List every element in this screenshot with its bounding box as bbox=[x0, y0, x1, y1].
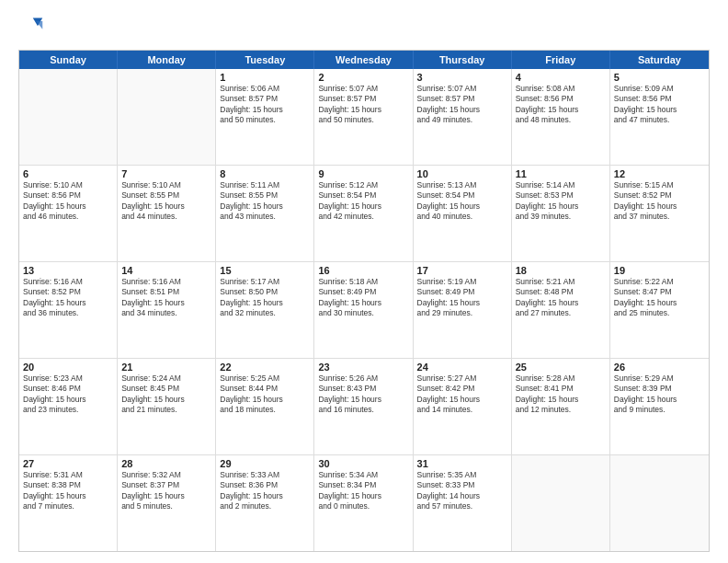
day-number: 10 bbox=[417, 168, 507, 179]
day-number: 14 bbox=[121, 265, 211, 276]
calendar-row-4: 20Sunrise: 5:23 AMSunset: 8:46 PMDayligh… bbox=[19, 358, 709, 454]
logo-icon bbox=[18, 15, 44, 40]
header-day-monday: Monday bbox=[118, 51, 216, 69]
day-number: 12 bbox=[614, 168, 705, 179]
page: SundayMondayTuesdayWednesdayThursdayFrid… bbox=[0, 0, 728, 563]
cell-info: Sunrise: 5:33 AMSunset: 8:36 PMDaylight:… bbox=[220, 470, 310, 512]
calendar-cell bbox=[512, 455, 610, 551]
header bbox=[18, 15, 710, 40]
calendar-cell: 5Sunrise: 5:09 AMSunset: 8:56 PMDaylight… bbox=[610, 69, 709, 165]
cell-info: Sunrise: 5:18 AMSunset: 8:49 PMDaylight:… bbox=[318, 277, 408, 319]
calendar-cell: 30Sunrise: 5:34 AMSunset: 8:34 PMDayligh… bbox=[314, 455, 413, 551]
calendar-cell: 9Sunrise: 5:12 AMSunset: 8:54 PMDaylight… bbox=[314, 166, 413, 261]
logo bbox=[18, 15, 48, 40]
day-number: 29 bbox=[220, 458, 310, 469]
calendar-cell: 28Sunrise: 5:32 AMSunset: 8:37 PMDayligh… bbox=[118, 455, 216, 551]
cell-info: Sunrise: 5:19 AMSunset: 8:49 PMDaylight:… bbox=[417, 277, 507, 319]
cell-info: Sunrise: 5:32 AMSunset: 8:37 PMDaylight:… bbox=[121, 470, 211, 512]
calendar-cell: 16Sunrise: 5:18 AMSunset: 8:49 PMDayligh… bbox=[314, 262, 413, 358]
day-number: 30 bbox=[318, 458, 408, 469]
calendar-cell bbox=[610, 455, 709, 551]
cell-info: Sunrise: 5:10 AMSunset: 8:55 PMDaylight:… bbox=[121, 180, 211, 223]
calendar-cell: 11Sunrise: 5:14 AMSunset: 8:53 PMDayligh… bbox=[512, 166, 610, 261]
calendar-cell: 17Sunrise: 5:19 AMSunset: 8:49 PMDayligh… bbox=[414, 262, 512, 358]
day-number: 26 bbox=[614, 362, 705, 373]
day-number: 27 bbox=[23, 458, 113, 469]
cell-info: Sunrise: 5:35 AMSunset: 8:33 PMDaylight:… bbox=[417, 470, 507, 512]
cell-info: Sunrise: 5:24 AMSunset: 8:45 PMDaylight:… bbox=[121, 373, 211, 416]
day-number: 6 bbox=[23, 168, 113, 179]
header-day-wednesday: Wednesday bbox=[314, 51, 413, 69]
calendar-cell: 14Sunrise: 5:16 AMSunset: 8:51 PMDayligh… bbox=[118, 262, 216, 358]
calendar-cell: 19Sunrise: 5:22 AMSunset: 8:47 PMDayligh… bbox=[610, 262, 709, 358]
cell-info: Sunrise: 5:10 AMSunset: 8:56 PMDaylight:… bbox=[23, 180, 113, 223]
day-number: 15 bbox=[220, 265, 310, 276]
day-number: 25 bbox=[516, 362, 606, 373]
cell-info: Sunrise: 5:21 AMSunset: 8:48 PMDaylight:… bbox=[516, 277, 606, 319]
calendar-cell: 24Sunrise: 5:27 AMSunset: 8:42 PMDayligh… bbox=[414, 359, 512, 454]
cell-info: Sunrise: 5:07 AMSunset: 8:57 PMDaylight:… bbox=[318, 84, 408, 126]
day-number: 8 bbox=[220, 168, 310, 179]
cell-info: Sunrise: 5:23 AMSunset: 8:46 PMDaylight:… bbox=[23, 373, 113, 416]
cell-info: Sunrise: 5:27 AMSunset: 8:42 PMDaylight:… bbox=[417, 373, 507, 416]
cell-info: Sunrise: 5:12 AMSunset: 8:54 PMDaylight:… bbox=[318, 180, 408, 223]
calendar-cell: 26Sunrise: 5:29 AMSunset: 8:39 PMDayligh… bbox=[610, 359, 709, 454]
cell-info: Sunrise: 5:13 AMSunset: 8:54 PMDaylight:… bbox=[417, 180, 507, 223]
calendar-cell: 13Sunrise: 5:16 AMSunset: 8:52 PMDayligh… bbox=[19, 262, 118, 358]
calendar-cell: 4Sunrise: 5:08 AMSunset: 8:56 PMDaylight… bbox=[512, 69, 610, 165]
day-number: 11 bbox=[516, 168, 606, 179]
cell-info: Sunrise: 5:14 AMSunset: 8:53 PMDaylight:… bbox=[516, 180, 606, 223]
day-number: 2 bbox=[318, 72, 408, 83]
cell-info: Sunrise: 5:07 AMSunset: 8:57 PMDaylight:… bbox=[417, 84, 507, 126]
day-number: 18 bbox=[516, 265, 606, 276]
cell-info: Sunrise: 5:28 AMSunset: 8:41 PMDaylight:… bbox=[516, 373, 606, 416]
cell-info: Sunrise: 5:16 AMSunset: 8:52 PMDaylight:… bbox=[23, 277, 113, 319]
header-day-saturday: Saturday bbox=[610, 51, 709, 69]
day-number: 7 bbox=[121, 168, 211, 179]
calendar-row-1: 1Sunrise: 5:06 AMSunset: 8:57 PMDaylight… bbox=[19, 69, 709, 165]
day-number: 31 bbox=[417, 458, 507, 469]
calendar-cell: 3Sunrise: 5:07 AMSunset: 8:57 PMDaylight… bbox=[414, 69, 512, 165]
calendar-cell: 7Sunrise: 5:10 AMSunset: 8:55 PMDaylight… bbox=[118, 166, 216, 261]
calendar-cell: 25Sunrise: 5:28 AMSunset: 8:41 PMDayligh… bbox=[512, 359, 610, 454]
header-day-friday: Friday bbox=[512, 51, 610, 69]
day-number: 24 bbox=[417, 362, 507, 373]
cell-info: Sunrise: 5:08 AMSunset: 8:56 PMDaylight:… bbox=[516, 84, 606, 126]
day-number: 9 bbox=[318, 168, 408, 179]
cell-info: Sunrise: 5:09 AMSunset: 8:56 PMDaylight:… bbox=[614, 84, 705, 126]
header-day-sunday: Sunday bbox=[19, 51, 118, 69]
cell-info: Sunrise: 5:34 AMSunset: 8:34 PMDaylight:… bbox=[318, 470, 408, 512]
day-number: 28 bbox=[121, 458, 211, 469]
calendar-cell: 29Sunrise: 5:33 AMSunset: 8:36 PMDayligh… bbox=[216, 455, 314, 551]
calendar-row-3: 13Sunrise: 5:16 AMSunset: 8:52 PMDayligh… bbox=[19, 261, 709, 358]
calendar-cell: 18Sunrise: 5:21 AMSunset: 8:48 PMDayligh… bbox=[512, 262, 610, 358]
calendar-cell: 20Sunrise: 5:23 AMSunset: 8:46 PMDayligh… bbox=[19, 359, 118, 454]
calendar-cell: 12Sunrise: 5:15 AMSunset: 8:52 PMDayligh… bbox=[610, 166, 709, 261]
calendar-cell: 23Sunrise: 5:26 AMSunset: 8:43 PMDayligh… bbox=[314, 359, 413, 454]
cell-info: Sunrise: 5:06 AMSunset: 8:57 PMDaylight:… bbox=[220, 84, 310, 126]
cell-info: Sunrise: 5:15 AMSunset: 8:52 PMDaylight:… bbox=[614, 180, 705, 223]
calendar-cell: 31Sunrise: 5:35 AMSunset: 8:33 PMDayligh… bbox=[414, 455, 512, 551]
calendar-cell bbox=[118, 69, 216, 165]
calendar-cell: 27Sunrise: 5:31 AMSunset: 8:38 PMDayligh… bbox=[19, 455, 118, 551]
cell-info: Sunrise: 5:26 AMSunset: 8:43 PMDaylight:… bbox=[318, 373, 408, 416]
calendar-cell: 6Sunrise: 5:10 AMSunset: 8:56 PMDaylight… bbox=[19, 166, 118, 261]
header-day-thursday: Thursday bbox=[414, 51, 512, 69]
cell-info: Sunrise: 5:25 AMSunset: 8:44 PMDaylight:… bbox=[220, 373, 310, 416]
cell-info: Sunrise: 5:11 AMSunset: 8:55 PMDaylight:… bbox=[220, 180, 310, 223]
day-number: 3 bbox=[417, 72, 507, 83]
calendar-body: 1Sunrise: 5:06 AMSunset: 8:57 PMDaylight… bbox=[19, 69, 709, 551]
cell-info: Sunrise: 5:22 AMSunset: 8:47 PMDaylight:… bbox=[614, 277, 705, 319]
day-number: 19 bbox=[614, 265, 705, 276]
calendar-cell: 10Sunrise: 5:13 AMSunset: 8:54 PMDayligh… bbox=[414, 166, 512, 261]
day-number: 16 bbox=[318, 265, 408, 276]
cell-info: Sunrise: 5:16 AMSunset: 8:51 PMDaylight:… bbox=[121, 277, 211, 319]
calendar: SundayMondayTuesdayWednesdayThursdayFrid… bbox=[18, 50, 710, 552]
calendar-cell: 15Sunrise: 5:17 AMSunset: 8:50 PMDayligh… bbox=[216, 262, 314, 358]
calendar-cell: 8Sunrise: 5:11 AMSunset: 8:55 PMDaylight… bbox=[216, 166, 314, 261]
day-number: 4 bbox=[516, 72, 606, 83]
calendar-cell: 1Sunrise: 5:06 AMSunset: 8:57 PMDaylight… bbox=[216, 69, 314, 165]
calendar-cell bbox=[19, 69, 118, 165]
day-number: 22 bbox=[220, 362, 310, 373]
day-number: 21 bbox=[121, 362, 211, 373]
